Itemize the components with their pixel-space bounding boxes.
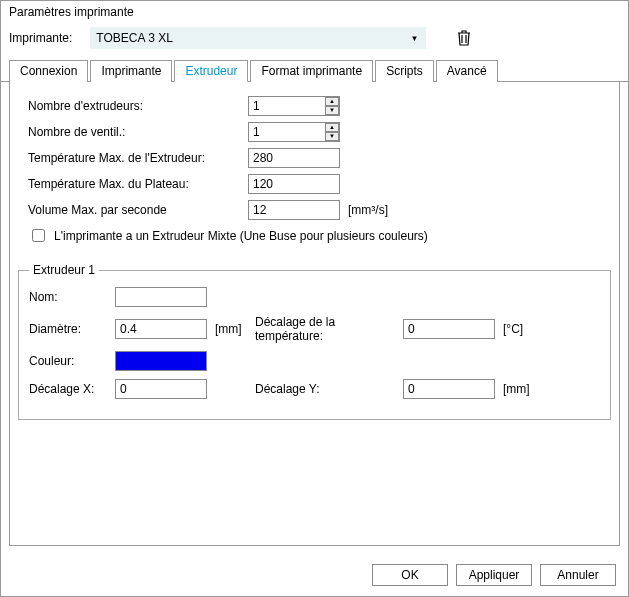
decalage-y-input[interactable] xyxy=(403,379,495,399)
vol-max-unit: [mm³/s] xyxy=(348,203,388,217)
decalage-temp-input[interactable] xyxy=(403,319,495,339)
chevron-down-icon: ▼ xyxy=(406,29,422,47)
tab-content: Nombre d'extrudeurs: ▲▼ Nombre de ventil… xyxy=(9,82,620,546)
decalage-x-label: Décalage X: xyxy=(29,382,115,396)
spin-up-icon[interactable]: ▲ xyxy=(325,123,339,132)
vol-max-label: Volume Max. par seconde xyxy=(28,203,248,217)
spin-down-icon[interactable]: ▼ xyxy=(325,132,339,141)
printer-settings-dialog: Paramètres imprimante Imprimante: TOBECA… xyxy=(0,0,629,597)
tab-connexion[interactable]: Connexion xyxy=(9,60,88,82)
printer-select-row: Imprimante: TOBECA 3 XL ▼ xyxy=(1,23,628,59)
decalage-x-input[interactable] xyxy=(115,379,207,399)
printer-dropdown-value: TOBECA 3 XL xyxy=(96,31,172,45)
mixte-checkbox[interactable] xyxy=(32,229,45,242)
tab-imprimante[interactable]: Imprimante xyxy=(90,60,172,82)
diametre-label: Diamètre: xyxy=(29,322,115,336)
cancel-button[interactable]: Annuler xyxy=(540,564,616,586)
decalage-temp-unit: [°C] xyxy=(503,322,523,336)
spin-up-icon[interactable]: ▲ xyxy=(325,97,339,106)
nb-extrudeurs-label: Nombre d'extrudeurs: xyxy=(28,99,248,113)
temp-max-plateau-label: Température Max. du Plateau: xyxy=(28,177,248,191)
dialog-footer: OK Appliquer Annuler xyxy=(1,554,628,596)
diametre-unit: [mm] xyxy=(215,322,255,336)
trash-icon xyxy=(457,30,471,46)
nb-ventil-spinner[interactable]: ▲▼ xyxy=(248,122,340,142)
decalage-unit: [mm] xyxy=(503,382,530,396)
diametre-input[interactable] xyxy=(115,319,207,339)
dialog-title: Paramètres imprimante xyxy=(1,1,628,23)
mixte-label: L'imprimante a un Extrudeur Mixte (Une B… xyxy=(54,229,428,243)
couleur-label: Couleur: xyxy=(29,354,115,368)
nb-extrudeurs-spinner[interactable]: ▲▼ xyxy=(248,96,340,116)
temp-max-plateau-input[interactable] xyxy=(248,174,340,194)
delete-printer-button[interactable] xyxy=(456,28,472,48)
temp-max-ext-label: Température Max. de l'Extrudeur: xyxy=(28,151,248,165)
tab-scripts[interactable]: Scripts xyxy=(375,60,434,82)
tab-bar: Connexion Imprimante Extrudeur Format im… xyxy=(1,59,628,82)
printer-dropdown[interactable]: TOBECA 3 XL ▼ xyxy=(90,27,426,49)
tab-format[interactable]: Format imprimante xyxy=(250,60,373,82)
nom-input[interactable] xyxy=(115,287,207,307)
extruder1-group: Extrudeur 1 Nom: Diamètre: [mm] Décalage… xyxy=(18,263,611,420)
apply-button[interactable]: Appliquer xyxy=(456,564,532,586)
tab-avance[interactable]: Avancé xyxy=(436,60,498,82)
decalage-y-label: Décalage Y: xyxy=(255,382,403,396)
decalage-temp-label: Décalage de la température: xyxy=(255,315,403,343)
extruder1-legend: Extrudeur 1 xyxy=(29,263,99,277)
nom-label: Nom: xyxy=(29,290,115,304)
nb-ventil-label: Nombre de ventil.: xyxy=(28,125,248,139)
temp-max-ext-input[interactable] xyxy=(248,148,340,168)
printer-label: Imprimante: xyxy=(9,31,72,45)
tab-extrudeur[interactable]: Extrudeur xyxy=(174,60,248,82)
vol-max-input[interactable] xyxy=(248,200,340,220)
spin-down-icon[interactable]: ▼ xyxy=(325,106,339,115)
ok-button[interactable]: OK xyxy=(372,564,448,586)
couleur-swatch[interactable] xyxy=(115,351,207,371)
